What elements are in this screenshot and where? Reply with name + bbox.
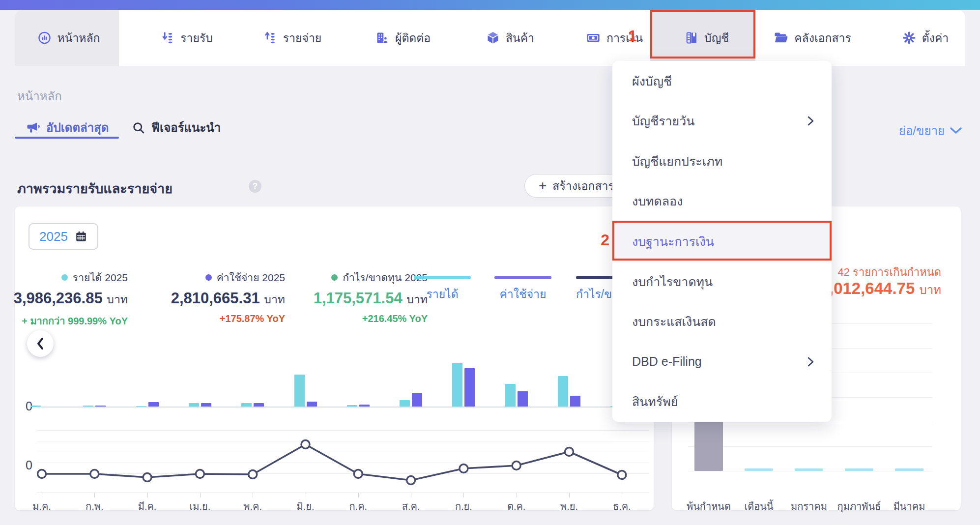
profit-dot-icon [331, 274, 338, 281]
month-label: ก.ย. [441, 498, 486, 514]
overdue-amount-unit: บาท [919, 283, 941, 296]
chart-back-button[interactable] [27, 330, 54, 357]
chevron-right-icon [807, 115, 815, 127]
bar-chart-baseline [37, 407, 649, 408]
month-label: ต.ค. [494, 498, 539, 514]
annotation-number-2: 2 [590, 231, 609, 249]
expense-dot-icon [205, 274, 212, 281]
chevron-right-icon [807, 356, 815, 368]
menu-item-journal[interactable]: บัญชีรายวัน [612, 101, 832, 142]
overdue-category-label: มกราคม [782, 498, 836, 514]
month-label: เม.ย. [178, 498, 222, 514]
nav-item-documents[interactable]: คลังเอกสาร [774, 10, 851, 66]
profit-line-chart [15, 413, 654, 501]
menu-item-dbd-efiling[interactable]: DBD e-Filing [612, 342, 832, 382]
annotation-number-1: 1 [628, 27, 637, 45]
stat-yoy: +175.87% YoY [147, 313, 285, 324]
nav-item-label: ตั้งค่า [922, 29, 949, 47]
month-label: พ.ค. [231, 498, 275, 514]
toggle-label: ค่าใช้จ่าย [494, 285, 551, 303]
x-axis-line [37, 493, 649, 493]
year-selector[interactable]: 2025 [29, 223, 98, 250]
contacts-icon [375, 31, 389, 45]
profit-line-markers [38, 440, 626, 485]
nav-item-contacts[interactable]: ผู้ติดต่อ [375, 10, 431, 66]
month-label: พ.ย. [547, 498, 591, 514]
month-label: ส.ค. [389, 498, 433, 514]
menu-item-general-ledger[interactable]: บัญชีแยกประเภท [612, 141, 832, 181]
nav-item-expense[interactable]: รายจ่าย [263, 10, 322, 66]
nav-item-label: รายรับ [180, 29, 213, 47]
nav-item-income[interactable]: รายรับ [161, 10, 213, 66]
expense-icon [263, 31, 277, 45]
tab-label: ฟีเจอร์แนะนำ [151, 118, 221, 137]
nav-item-label: การเงิน [606, 29, 643, 47]
month-label: ก.พ. [72, 498, 116, 514]
stat-unit: บาท [107, 293, 128, 306]
menu-item-trial-balance[interactable]: งบทดลอง [612, 181, 832, 222]
products-icon [486, 31, 500, 45]
section-title: ภาพรวมรายรับและรายจ่าย [17, 178, 173, 199]
month-label: มี.ค. [125, 498, 170, 514]
menu-item-chart-of-accounts[interactable]: ผังบัญชี [612, 61, 832, 101]
overdue-amount-value: 1,012,644.75 [820, 279, 915, 297]
overdue-category-label: กุมภาพันธ์ [832, 498, 886, 514]
toggle-expense-series[interactable]: ค่าใช้จ่าย [494, 276, 551, 303]
stat-profit: กำไร/ขาดทุน 2025 1,175,571.54 บาท +216.4… [290, 269, 428, 324]
collapse-expand-toggle[interactable]: ย่อ/ขยาย [899, 121, 962, 140]
stat-value: 1,175,571.54 [314, 290, 403, 307]
finance-icon [586, 31, 601, 45]
revenue-dot-icon [61, 274, 68, 281]
stat-revenue: รายได้ 2025 3,986,236.85 บาท + มากกว่า 9… [0, 269, 128, 329]
top-gradient-strip [0, 0, 980, 10]
menu-item-label: ผังบัญชี [632, 71, 672, 91]
overdue-category-label: มีนาคม [882, 498, 936, 514]
search-icon [132, 121, 145, 135]
stat-expense: ค่าใช้จ่าย 2025 2,810,665.31 บาท +175.87… [147, 269, 285, 324]
overdue-category-label: พ้นกำหนด [682, 498, 736, 514]
toggle-label: รายได้ [414, 285, 471, 303]
create-document-label: สร้างเอกสาร [552, 177, 614, 195]
nav-item-products[interactable]: สินค้า [486, 10, 534, 66]
overdue-count-text: 42 รายการเกินกำหนด [837, 263, 941, 281]
month-label: ม.ค. [20, 498, 64, 514]
nav-item-label: รายจ่าย [283, 29, 322, 47]
menu-item-label: งบทดลอง [632, 191, 683, 211]
main-navbar: หน้าหลัก รายรับ รายจ่าย ผู้ติดต่อ สินค้า… [15, 10, 965, 66]
stat-label: รายได้ 2025 [73, 269, 128, 286]
menu-item-label: สินทรัพย์ [632, 392, 678, 411]
help-icon[interactable]: ? [249, 180, 261, 193]
toggle-revenue-series[interactable]: รายได้ [414, 276, 471, 303]
collapse-expand-label: ย่อ/ขยาย [899, 121, 945, 140]
menu-item-profit-loss[interactable]: งบกำไรขาดทุน [612, 262, 832, 302]
menu-item-label: งบกำไรขาดทุน [632, 272, 713, 292]
menu-item-assets[interactable]: สินทรัพย์ [612, 382, 832, 422]
stat-unit: บาท [264, 293, 285, 306]
profit-line [42, 444, 622, 480]
income-icon [161, 31, 174, 45]
menu-item-cash-flow[interactable]: งบกระแสเงินสด [612, 301, 832, 342]
nav-item-settings[interactable]: ตั้งค่า [902, 10, 949, 66]
tab-latest-updates[interactable]: อัปเดตล่าสุด [26, 118, 109, 137]
stat-value: 2,810,665.31 [171, 290, 260, 307]
revenue-expense-overview-card: 2025 รายได้ 2025 3,986,236.85 บาท + มากก… [15, 206, 654, 510]
nav-item-label: หน้าหลัก [58, 29, 100, 47]
month-label: ธ.ค. [600, 498, 644, 514]
tab-label: อัปเดตล่าสุด [46, 118, 109, 137]
menu-item-label: DBD e-Filing [632, 354, 702, 369]
breadcrumb: หน้าหลัก [17, 87, 62, 106]
annotation-box-step2 [612, 221, 832, 261]
annotation-box-step1 [650, 10, 755, 58]
nav-item-label: สินค้า [506, 29, 534, 47]
menu-item-label: งบกระแสเงินสด [632, 312, 716, 331]
nav-item-label: ผู้ติดต่อ [395, 29, 431, 47]
chevron-down-icon [950, 126, 962, 135]
dashboard-icon [38, 31, 52, 45]
stat-value: 3,986,236.85 [14, 290, 103, 307]
overdue-category-label: เดือนนี้ [732, 498, 786, 514]
stat-yoy: +216.45% YoY [290, 313, 428, 324]
nav-item-home[interactable]: หน้าหลัก [38, 10, 100, 66]
megaphone-icon [26, 121, 40, 135]
tab-recommended-features[interactable]: ฟีเจอร์แนะนำ [132, 118, 221, 137]
documents-icon [774, 31, 788, 45]
